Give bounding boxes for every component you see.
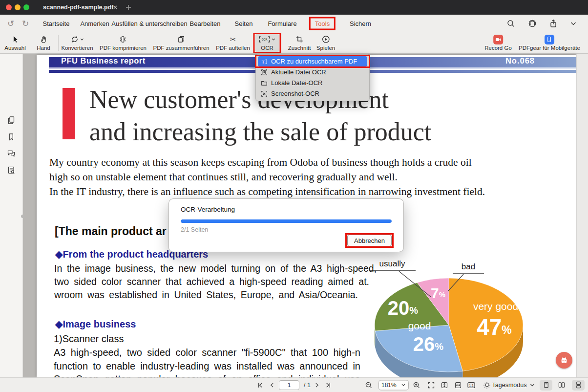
menu-tools-label: Tools	[315, 20, 330, 27]
svg-text:T: T	[262, 59, 265, 64]
crop-button[interactable]: Zuschnitt	[288, 35, 311, 51]
zoom-window-button[interactable]	[23, 4, 29, 10]
menu-tools[interactable]: Tools	[315, 20, 330, 27]
zoom-in-icon[interactable]	[413, 381, 420, 389]
first-page-button[interactable]	[257, 381, 264, 389]
merge-icon	[177, 35, 185, 44]
scissors-icon: ✂	[230, 35, 236, 44]
dialog-title: OCR-Verarbeitung	[181, 206, 235, 213]
intro-line1: My country economy at this season keeps …	[49, 156, 472, 169]
menu-item-label: Screenshot-OCR	[271, 90, 319, 97]
svg-text:OCR: OCR	[262, 38, 268, 42]
ocr-icon: OCR	[259, 36, 271, 43]
assistant-robot-button[interactable]	[556, 352, 572, 369]
menu-item-ocr-searchable-pdf[interactable]: T OCR zu durchsuchbarem PDF	[258, 56, 367, 66]
document-search-icon[interactable]	[7, 166, 16, 174]
collapse-toolbar-chevron-icon[interactable]	[569, 20, 577, 27]
page-total-label: / 1	[304, 382, 311, 389]
menu-anmerken[interactable]: Anmerken	[80, 20, 109, 27]
vertical-scrollbar-track[interactable]	[576, 54, 588, 377]
merge-pdf-button[interactable]: PDF zusammenführen	[153, 35, 209, 51]
hand-tool-button[interactable]: Hand	[37, 35, 50, 51]
compress-pdf-button[interactable]: PDF komprimieren	[100, 35, 147, 51]
select-tool-label: Auswahl	[4, 45, 25, 51]
menu-sichern[interactable]: Sichern	[350, 20, 371, 27]
next-page-button[interactable]	[314, 382, 320, 389]
search-icon[interactable]	[506, 19, 515, 28]
zoom-level-value: 181%	[381, 382, 397, 389]
pie-label-very-good: very good	[473, 301, 518, 312]
actual-size-icon[interactable]: 1:1	[467, 381, 476, 389]
comments-icon[interactable]	[7, 149, 16, 158]
ocr-progress-dialog: OCR-Verarbeitung 2/1 Seiten Abbrechen	[169, 199, 403, 252]
screenshot-icon	[261, 90, 268, 97]
image-business-line2: function to enable industry-leading was …	[54, 361, 360, 372]
close-window-button[interactable]	[6, 4, 12, 10]
robot-icon	[559, 355, 569, 365]
single-page-view-button[interactable]	[540, 380, 552, 391]
fit-width-icon[interactable]	[454, 381, 462, 389]
menu-item-screenshot-ocr[interactable]: Screenshot-OCR	[258, 88, 367, 99]
cancel-button[interactable]: Abbrechen	[347, 235, 392, 246]
minimize-window-button[interactable]	[15, 4, 21, 10]
share-icon[interactable]	[549, 19, 558, 28]
merge-label: PDF zusammenführen	[153, 45, 209, 51]
split-label: PDF aufteilen	[216, 45, 250, 51]
convert-button[interactable]: Konvertieren	[61, 35, 93, 51]
ocr-dropdown-menu: T OCR zu durchsuchbarem PDF Aktuelle Dat…	[255, 54, 370, 101]
crop-icon	[295, 35, 303, 44]
two-page-view-button[interactable]	[555, 380, 568, 391]
day-mode-chevron-icon[interactable]	[529, 382, 535, 388]
day-mode-label[interactable]: Tagesmodus	[492, 382, 527, 389]
record-go-label: Record Go	[484, 45, 512, 51]
zoom-level-select[interactable]: 181%	[378, 380, 409, 390]
menu-item-local-file-ocr[interactable]: Lokale Datei-OCR	[258, 78, 367, 88]
chevron-down-icon	[401, 383, 406, 388]
tab-close-icon[interactable]	[112, 4, 118, 10]
select-tool-button[interactable]: Auswahl	[4, 35, 25, 51]
redo-icon[interactable]: ↻	[22, 19, 29, 28]
support-icon[interactable]	[528, 19, 537, 28]
fit-height-icon[interactable]	[441, 381, 448, 389]
record-go-button[interactable]: Record Go	[484, 35, 512, 51]
mobile-devices-label: PDFgear für Mobilgeräte	[519, 45, 580, 51]
folder-icon	[261, 80, 268, 87]
menu-formulare[interactable]: Formulare	[268, 20, 296, 27]
satisfaction-pie-chart: very good47%good26%20%usually7%bad	[336, 254, 565, 377]
ocr-button[interactable]: OCR OCR	[255, 34, 279, 52]
menu-item-label: Aktuelle Datei OCR	[271, 68, 326, 76]
titlebar: scanned-pdf-sample.pdf	[0, 0, 588, 15]
last-page-button[interactable]	[325, 381, 332, 389]
page-thumbnails-icon[interactable]	[7, 116, 16, 125]
panel-resize-handle[interactable]	[21, 215, 24, 218]
split-pdf-button[interactable]: ✂ PDF aufteilen	[216, 35, 250, 51]
mobile-devices-button[interactable]: PDFgear für Mobilgeräte	[519, 35, 580, 51]
tab-chevron-down-icon[interactable]	[103, 4, 108, 10]
undo-icon[interactable]: ↺	[7, 19, 14, 28]
page-number-input[interactable]	[279, 380, 299, 390]
menu-startseite[interactable]: Startseite	[43, 20, 70, 27]
fit-page-icon[interactable]	[427, 381, 435, 389]
progress-pages-text: 2/1 Seiten	[181, 226, 208, 233]
play-button[interactable]: Spielen	[316, 35, 335, 51]
menu-item-current-file-ocr[interactable]: Aktuelle Datei OCR	[258, 67, 367, 77]
section-heading: [The main product ar	[55, 225, 167, 238]
toolbar-divider	[58, 35, 59, 51]
statusbar: / 1 181% 1:1 Tagesmodus	[0, 377, 588, 392]
crop-label: Zuschnitt	[288, 45, 311, 51]
convert-label: Konvertieren	[61, 45, 93, 51]
record-go-icon	[493, 35, 503, 44]
menu-seiten[interactable]: Seiten	[235, 20, 253, 27]
menu-ausfuellen[interactable]: Ausfüllen & unterschreiben	[111, 20, 187, 27]
intro-line3: In the IT industry, there is an influenc…	[49, 186, 485, 198]
bookmarks-icon[interactable]	[7, 132, 16, 141]
menu-bearbeiten[interactable]: Bearbeiten	[190, 20, 221, 27]
svg-text:1:1: 1:1	[469, 384, 473, 387]
menu-item-label: OCR zu durchsuchbarem PDF	[271, 58, 357, 65]
text-cursor-icon: T	[261, 58, 268, 65]
zoom-out-icon[interactable]	[365, 381, 373, 389]
continuous-scroll-view-button[interactable]	[572, 380, 585, 391]
new-tab-icon[interactable]	[125, 4, 132, 11]
report-title: PFU Business report	[61, 56, 146, 65]
previous-page-button[interactable]	[269, 382, 275, 389]
